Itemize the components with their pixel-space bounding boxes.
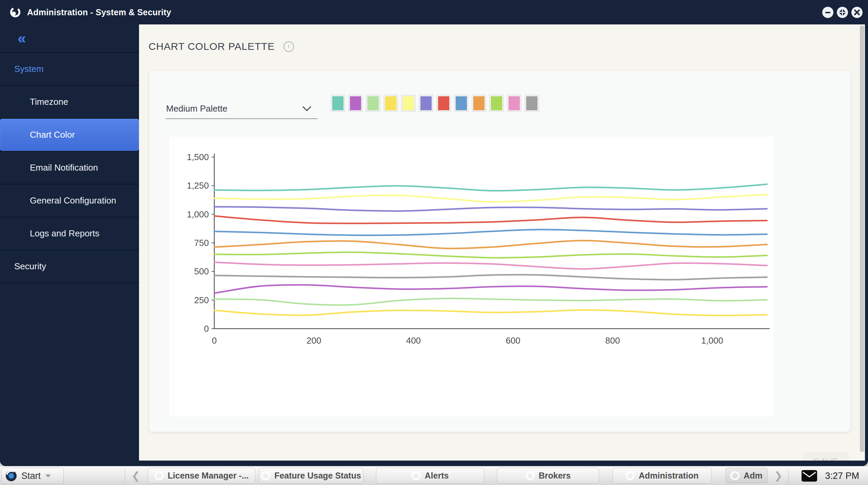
scroll-right-icon[interactable]: ❯ — [774, 470, 783, 482]
sidebar-item-general-configuration[interactable]: General Configuration — [0, 184, 139, 217]
x-tick-label: 1,000 — [701, 335, 723, 346]
palette-swatch-frame — [454, 95, 469, 112]
taskbar-button-label: License Manager -... — [168, 471, 249, 481]
scroll-left-icon[interactable]: ❮ — [132, 470, 140, 482]
app-ghost-logo-icon — [526, 471, 535, 480]
page-heading-row: CHART COLOR PALETTE i — [149, 41, 294, 52]
palette-select-underline — [165, 118, 317, 119]
palette-swatch-frame — [401, 95, 416, 112]
palette-swatch-frame — [472, 95, 486, 112]
palette-swatch-2 — [350, 96, 361, 110]
app-ghost-logo-icon — [261, 471, 270, 480]
chart-line-blue — [214, 230, 767, 235]
app-ghost-logo-icon — [412, 471, 421, 480]
x-tick-label: 400 — [406, 335, 421, 346]
x-tick-label: 800 — [605, 335, 620, 346]
chart-line-pink — [214, 262, 767, 269]
taskbar-button-label: Alerts — [425, 471, 449, 481]
chart-canvas: 02505007501,0001,2501,50002004006008001,… — [170, 137, 773, 416]
chart-line-red — [214, 216, 767, 224]
taskbar-button-adm[interactable]: Adm — [725, 468, 768, 483]
mail-icon[interactable] — [801, 470, 817, 482]
sidebar-item-security[interactable]: Security — [0, 250, 139, 283]
app-ghost-logo-icon — [626, 471, 635, 480]
page-title: CHART COLOR PALETTE — [149, 41, 275, 52]
sidebar-collapse-row: « — [0, 24, 139, 52]
window-title: Administration - System & Security — [27, 7, 171, 17]
chart-line-gray — [214, 275, 767, 280]
palette-swatch-frame — [436, 95, 451, 112]
chart-line-yellow — [214, 310, 767, 315]
chart-line-yellow-green — [214, 252, 767, 258]
vertical-scrollbar-thumb[interactable] — [860, 25, 864, 452]
palette-swatch-8 — [456, 96, 467, 110]
palette-swatch-frame — [525, 95, 539, 112]
palette-swatch-1 — [332, 96, 343, 110]
collapse-sidebar-icon[interactable]: « — [18, 32, 26, 45]
chart-line-orange — [214, 240, 767, 248]
taskbar-button-alerts[interactable]: Alerts — [376, 468, 484, 483]
chevron-down-icon — [302, 106, 311, 112]
y-tick-label: 0 — [204, 324, 209, 334]
chart-line-periwinkle — [214, 207, 767, 211]
taskbar-button-label: Brokers — [539, 471, 571, 481]
palette-swatch-frame — [348, 95, 363, 112]
y-tick-label: 1,250 — [187, 180, 209, 191]
taskbar-button-administration[interactable]: Administration — [612, 468, 712, 483]
start-label: Start — [21, 471, 41, 481]
taskbar-button-feature-usage-status[interactable]: Feature Usage Status — [259, 468, 363, 483]
taskbar-clock: 3:27 PM — [825, 471, 859, 481]
palette-swatch-11 — [509, 96, 520, 110]
taskbar-button-label: Feature Usage Status — [274, 471, 361, 481]
sidebar-item-timezone[interactable]: Timezone — [0, 85, 139, 118]
close-icon[interactable] — [851, 7, 863, 18]
maximize-button[interactable] — [837, 7, 848, 18]
palette-swatch-frame — [366, 95, 380, 112]
app-logo-icon — [9, 6, 21, 18]
taskbar-button-license-manager[interactable]: License Manager -... — [148, 468, 255, 483]
y-tick-label: 500 — [194, 266, 209, 276]
y-tick-label: 750 — [194, 238, 209, 248]
palette-swatch-5 — [403, 96, 414, 110]
info-icon[interactable]: i — [283, 41, 294, 52]
y-tick-label: 250 — [194, 295, 209, 305]
palette-swatch-12 — [526, 96, 537, 110]
taskbar: Start ❮ License Manager -...Feature Usag… — [0, 466, 868, 485]
y-tick-label: 1,000 — [187, 209, 209, 219]
y-tick-label: 1,500 — [187, 152, 209, 162]
palette-swatch-frame — [507, 95, 521, 112]
sidebar-divider — [0, 283, 139, 283]
app-window: Administration - System & Security « Sys… — [0, 0, 868, 466]
palette-swatch-3 — [368, 96, 379, 110]
palette-select-value: Medium Palette — [166, 103, 228, 114]
taskbar-button-label: Adm — [744, 471, 763, 481]
palette-swatch-7 — [438, 96, 449, 110]
chart-axes — [214, 154, 770, 329]
minimize-button[interactable] — [822, 7, 833, 18]
start-button[interactable]: Start — [1, 468, 64, 484]
chart-line-teal — [214, 184, 767, 191]
sidebar-item-system[interactable]: System — [0, 52, 139, 85]
palette-swatch-10 — [491, 96, 502, 110]
sidebar-item-chart-color[interactable]: Chart Color — [0, 118, 139, 151]
palette-swatch-frame — [419, 95, 433, 112]
start-logo-icon — [5, 470, 17, 482]
app-ghost-logo-icon — [730, 471, 739, 480]
main-content: CHART COLOR PALETTE i Medium Palette 025… — [139, 24, 865, 461]
chart-line-pale-yellow — [214, 195, 767, 202]
taskbar-button-label: Administration — [639, 471, 698, 481]
app-ghost-logo-icon — [155, 471, 164, 480]
palette-swatch-4 — [385, 96, 396, 110]
start-caret-icon — [45, 474, 51, 478]
sidebar-item-logs-and-reports[interactable]: Logs and Reports — [0, 217, 139, 250]
palette-select[interactable]: Medium Palette — [165, 101, 317, 118]
sidebar-item-email-notification[interactable]: Email Notification — [0, 151, 139, 184]
x-tick-label: 200 — [307, 335, 321, 346]
sidebar: « SystemTimezoneChart ColorEmail Notific… — [0, 24, 139, 464]
palette-swatch-frame — [383, 95, 398, 112]
save-button[interactable]: SAVE — [803, 452, 849, 461]
taskbar-button-brokers[interactable]: Brokers — [497, 468, 599, 483]
window-controls — [822, 7, 863, 18]
palette-swatch-frame — [489, 95, 504, 112]
taskbar-separator — [125, 469, 125, 483]
